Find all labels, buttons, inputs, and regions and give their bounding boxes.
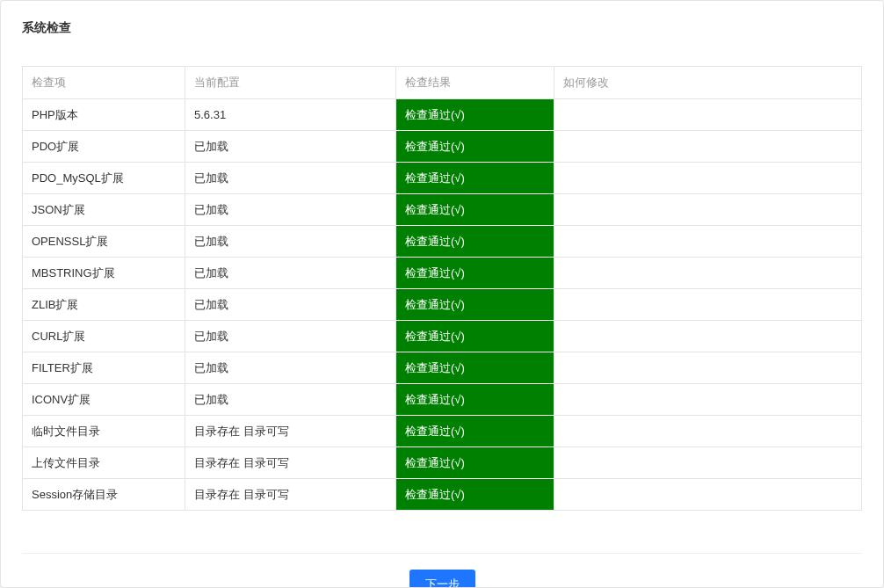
cell-config: 已加载 (185, 384, 396, 416)
table-row: Session存储目录目录存在 目录可写检查通过(√) (23, 479, 862, 511)
cell-result: 检查通过(√) (396, 226, 554, 258)
cell-config: 目录存在 目录可写 (185, 479, 396, 511)
cell-fix (554, 194, 862, 226)
header-item: 检查项 (23, 67, 185, 99)
cell-item: 临时文件目录 (23, 416, 185, 447)
cell-result: 检查通过(√) (396, 131, 554, 163)
table-row: ICONV扩展已加载检查通过(√) (23, 384, 862, 416)
cell-result: 检查通过(√) (396, 416, 554, 447)
cell-item: MBSTRING扩展 (23, 258, 185, 289)
cell-config: 已加载 (185, 321, 396, 352)
cell-item: PDO扩展 (23, 131, 185, 163)
cell-item: OPENSSL扩展 (23, 226, 185, 258)
table-row: CURL扩展已加载检查通过(√) (23, 321, 862, 352)
table-row: OPENSSL扩展已加载检查通过(√) (23, 226, 862, 258)
cell-result: 检查通过(√) (396, 321, 554, 352)
header-config: 当前配置 (185, 67, 396, 99)
page-title: 系统检查 (1, 1, 883, 54)
cell-config: 已加载 (185, 352, 396, 384)
cell-config: 已加载 (185, 131, 396, 163)
cell-item: 上传文件目录 (23, 447, 185, 479)
table-row: ZLIB扩展已加载检查通过(√) (23, 289, 862, 321)
cell-config: 已加载 (185, 226, 396, 258)
cell-config: 目录存在 目录可写 (185, 447, 396, 479)
cell-item: FILTER扩展 (23, 352, 185, 384)
cell-result: 检查通过(√) (396, 447, 554, 479)
cell-fix (554, 416, 862, 447)
cell-result: 检查通过(√) (396, 352, 554, 384)
cell-fix (554, 258, 862, 289)
cell-result: 检查通过(√) (396, 479, 554, 511)
button-row: 下一步 (1, 554, 883, 588)
cell-fix (554, 321, 862, 352)
cell-item: JSON扩展 (23, 194, 185, 226)
cell-item: ICONV扩展 (23, 384, 185, 416)
cell-item: PHP版本 (23, 99, 185, 131)
cell-result: 检查通过(√) (396, 99, 554, 131)
table-row: PHP版本5.6.31检查通过(√) (23, 99, 862, 131)
table-header-row: 检查项 当前配置 检查结果 如何修改 (23, 67, 862, 99)
cell-result: 检查通过(√) (396, 194, 554, 226)
table-row: PDO_MySQL扩展已加载检查通过(√) (23, 163, 862, 194)
cell-fix (554, 226, 862, 258)
table-row: 上传文件目录目录存在 目录可写检查通过(√) (23, 447, 862, 479)
cell-fix (554, 447, 862, 479)
cell-config: 目录存在 目录可写 (185, 416, 396, 447)
cell-fix (554, 289, 862, 321)
check-table: 检查项 当前配置 检查结果 如何修改 PHP版本5.6.31检查通过(√)PDO… (22, 66, 862, 511)
cell-result: 检查通过(√) (396, 163, 554, 194)
cell-fix (554, 479, 862, 511)
cell-result: 检查通过(√) (396, 384, 554, 416)
cell-config: 已加载 (185, 194, 396, 226)
cell-fix (554, 352, 862, 384)
header-result: 检查结果 (396, 67, 554, 99)
cell-fix (554, 163, 862, 194)
cell-fix (554, 384, 862, 416)
cell-result: 检查通过(√) (396, 289, 554, 321)
card-body: 检查项 当前配置 检查结果 如何修改 PHP版本5.6.31检查通过(√)PDO… (1, 66, 883, 528)
header-fix: 如何修改 (554, 67, 862, 99)
table-row: FILTER扩展已加载检查通过(√) (23, 352, 862, 384)
table-row: PDO扩展已加载检查通过(√) (23, 131, 862, 163)
cell-item: PDO_MySQL扩展 (23, 163, 185, 194)
system-check-card: 系统检查 检查项 当前配置 检查结果 如何修改 PHP版本5.6.31检查通过(… (0, 0, 884, 588)
table-row: MBSTRING扩展已加载检查通过(√) (23, 258, 862, 289)
table-row: 临时文件目录目录存在 目录可写检查通过(√) (23, 416, 862, 447)
cell-item: Session存储目录 (23, 479, 185, 511)
cell-item: CURL扩展 (23, 321, 185, 352)
cell-config: 已加载 (185, 258, 396, 289)
next-button[interactable]: 下一步 (409, 570, 475, 588)
cell-result: 检查通过(√) (396, 258, 554, 289)
table-row: JSON扩展已加载检查通过(√) (23, 194, 862, 226)
cell-item: ZLIB扩展 (23, 289, 185, 321)
cell-fix (554, 131, 862, 163)
cell-fix (554, 99, 862, 131)
cell-config: 5.6.31 (185, 99, 396, 131)
cell-config: 已加载 (185, 163, 396, 194)
cell-config: 已加载 (185, 289, 396, 321)
